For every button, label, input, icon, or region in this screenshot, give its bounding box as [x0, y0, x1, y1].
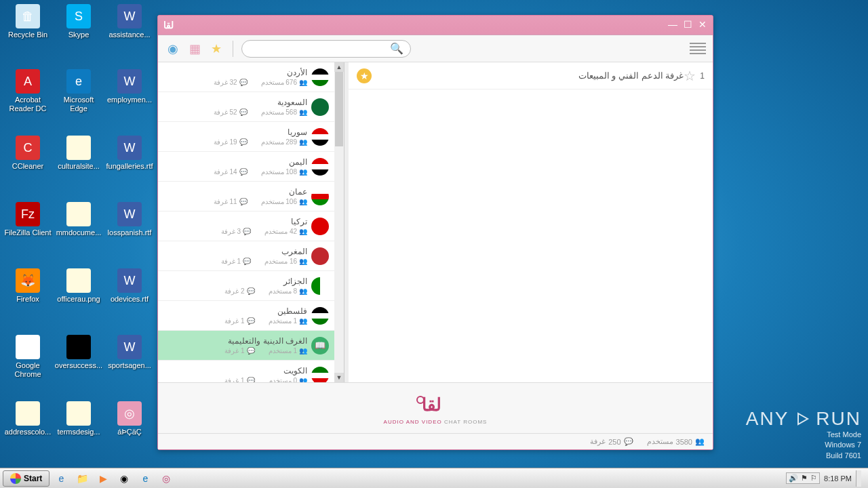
flag-icon: [311, 277, 329, 295]
desktop-icon[interactable]: Wassistance...: [105, 4, 154, 39]
status-bar: 👥 3580 مستخدم 💬 250 غرفة: [158, 433, 713, 449]
user-count: 👥 108 مستخدم: [261, 168, 307, 176]
start-button[interactable]: Start: [3, 470, 50, 487]
user-count: 👥 568 مستخدم: [261, 108, 307, 116]
flag-icon: [311, 158, 329, 176]
desktop-icon[interactable]: Wfungalleries.rtf: [105, 136, 154, 171]
room-item[interactable]: ★ غرفة الدعم الفني و المبيعات ☆ 1: [349, 62, 713, 89]
search-input[interactable]: [249, 44, 390, 54]
country-name: اليمن: [289, 157, 307, 167]
search-icon[interactable]: 🔍: [390, 42, 403, 55]
room-count: 💬 52 غرفة: [214, 108, 248, 116]
country-item[interactable]: عمان 👥 106 مستخدم 💬 11 غرفة: [158, 182, 334, 211]
room-count: 💬 1 غرفة: [221, 258, 251, 265]
country-item[interactable]: الجزائر 👥 8 مستخدم 💬 2 غرفة: [158, 271, 334, 301]
scroll-up-icon[interactable]: ▲: [334, 62, 344, 72]
total-rooms: 💬 250 غرفة: [590, 437, 633, 446]
taskbar-chrome-icon[interactable]: ◉: [115, 470, 134, 487]
taskbar-ie-icon[interactable]: e: [52, 470, 71, 487]
desktop-icon[interactable]: FzFileZilla Client: [3, 202, 52, 237]
room-count: 💬 1 غرفة: [224, 377, 254, 382]
menu-button[interactable]: [690, 42, 706, 56]
desktop-icon[interactable]: Wemploymen...: [105, 69, 154, 104]
scroll-down-icon[interactable]: ▼: [334, 373, 344, 382]
desktop-icon[interactable]: 🗑Recycle Bin: [3, 4, 52, 39]
country-item[interactable]: فلسطين 👥 1 مستخدم 💬 1 غرفة: [158, 301, 334, 331]
grid-icon[interactable]: ▦: [186, 41, 203, 57]
toolbar: ◉ ▦ ★ 🔍: [158, 35, 713, 62]
show-desktop[interactable]: [856, 470, 861, 487]
titlebar[interactable]: لقا — ☐ ✕: [158, 16, 713, 35]
country-name: الكويت: [283, 366, 307, 375]
room-count: 💬 2 غرفة: [224, 287, 254, 295]
desktop-icon[interactable]: Wsportsagen...: [105, 335, 154, 370]
maximize-button[interactable]: ☐: [682, 20, 694, 30]
desktop-icon[interactable]: termsdesig...: [54, 401, 103, 436]
taskbar-edge-icon[interactable]: e: [136, 470, 155, 487]
minimize-button[interactable]: —: [667, 20, 679, 30]
flag-icon: [311, 98, 329, 116]
location-icon[interactable]: ◉: [165, 41, 181, 57]
country-item[interactable]: تركيا 👥 42 مستخدم 💬 3 غرفة: [158, 211, 334, 241]
room-count: 💬 14 غرفة: [214, 168, 248, 176]
desktop-icon[interactable]: eMicrosoft Edge: [54, 69, 103, 113]
star-icon[interactable]: ★: [208, 41, 224, 57]
country-item[interactable]: السعودية 👥 568 مستخدم 💬 52 غرفة: [158, 92, 334, 122]
desktop-icon[interactable]: Wodevices.rtf: [105, 268, 154, 304]
windows-icon: [10, 473, 21, 484]
room-list: ★ غرفة الدعم الفني و المبيعات ☆ 1: [344, 62, 713, 382]
country-item[interactable]: المغرب 👥 16 مستخدم 💬 1 غرفة: [158, 241, 334, 271]
country-name: السعودية: [277, 98, 307, 107]
country-item[interactable]: الكويت 👥 0 مستخدم 💬 1 غرفة: [158, 361, 334, 382]
tray-sound-icon[interactable]: 🔊: [789, 474, 798, 483]
desktop-icon[interactable]: officerau.png: [54, 268, 103, 304]
country-item[interactable]: الأردن 👥 676 مستخدم 💬 32 غرفة: [158, 62, 334, 92]
desktop-icon[interactable]: culturalsite...: [54, 136, 103, 171]
desktop-icon[interactable]: 🦊Firefox: [3, 268, 52, 304]
desktop-icon[interactable]: ◎áÞÇäÇ: [105, 401, 154, 436]
country-item[interactable]: 📖 الغرف الدينية والتعليمية 👥 1 مستخدم 💬 …: [158, 331, 334, 361]
room-count: 1: [700, 71, 705, 81]
country-item[interactable]: اليمن 👥 108 مستخدم 💬 14 غرفة: [158, 152, 334, 182]
close-button[interactable]: ✕: [696, 20, 709, 30]
country-name: فلسطين: [277, 306, 307, 316]
country-name: تركيا: [291, 217, 307, 226]
search-box[interactable]: 🔍: [241, 40, 411, 58]
svg-text:لقا: لقا: [422, 394, 441, 415]
tray-flag2-icon[interactable]: ⚐: [810, 474, 817, 483]
svg-marker-3: [798, 413, 808, 424]
country-item[interactable]: سوريا 👥 289 مستخدم 💬 19 غرفة: [158, 122, 334, 152]
desktop-icon[interactable]: SSkype: [54, 4, 103, 39]
taskbar-explorer-icon[interactable]: 📁: [73, 470, 92, 487]
country-name: سوريا: [288, 127, 307, 137]
desktop-icon[interactable]: addresscolo...: [3, 401, 52, 436]
desktop-icon[interactable]: Wlosspanish.rtf: [105, 202, 154, 237]
flag-icon: [311, 128, 329, 146]
room-count: 💬 19 غرفة: [214, 138, 248, 146]
taskbar-app-icon[interactable]: ◎: [157, 470, 176, 487]
desktop-icon[interactable]: oversuccess...: [54, 335, 103, 370]
country-name: عمان: [289, 187, 307, 197]
room-count: 💬 1 غرفة: [224, 347, 254, 354]
flag-icon: [311, 247, 329, 265]
flag-icon: [311, 367, 329, 383]
user-count: 👥 42 مستخدم: [264, 228, 307, 235]
desktop-icon[interactable]: AAcrobat Reader DC: [3, 69, 52, 113]
app-logo: لقا: [162, 18, 186, 32]
taskbar-player-icon[interactable]: ▶: [94, 470, 113, 487]
scroll-thumb[interactable]: [335, 72, 343, 146]
room-count: 💬 32 غرفة: [214, 79, 248, 86]
scrollbar[interactable]: ▲ ▼: [334, 62, 344, 382]
desktop-icon[interactable]: ◉Google Chrome: [3, 335, 52, 379]
country-list: الأردن 👥 676 مستخدم 💬 32 غرفة السعودية 👥…: [158, 62, 344, 382]
tray-flag-icon[interactable]: ⚑: [801, 474, 808, 483]
flag-icon: [311, 218, 329, 235]
desktop-icon[interactable]: CCCleaner: [3, 136, 52, 171]
room-count: 💬 11 غرفة: [214, 198, 248, 205]
desktop-icon[interactable]: mmdocume...: [54, 202, 103, 237]
favorite-icon[interactable]: ☆: [684, 68, 696, 84]
room-count: 💬 3 غرفة: [221, 228, 251, 235]
flag-icon: [311, 307, 329, 325]
clock[interactable]: 8:18 PM: [824, 474, 852, 483]
user-count: 👥 1 مستخدم: [269, 317, 307, 325]
